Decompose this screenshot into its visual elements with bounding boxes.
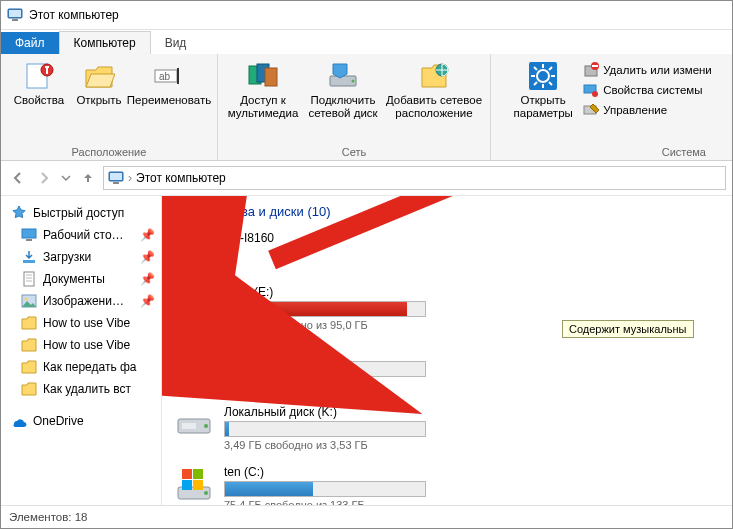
sidebar-item-desktop[interactable]: Рабочий сто…📌 <box>1 224 161 246</box>
computer-icon <box>108 170 124 186</box>
address-bar[interactable]: › Этот компьютер <box>103 166 726 190</box>
svg-rect-34 <box>113 182 119 184</box>
devices-group-header[interactable]: ⌄ Устройства и диски (10) <box>170 204 724 219</box>
rename-button[interactable]: ab Переименовать <box>127 56 211 144</box>
hdd-icon <box>174 345 214 385</box>
svg-rect-1 <box>9 10 21 17</box>
nav-back-button[interactable] <box>7 167 29 189</box>
drive-item-store[interactable]: store (E:) 8,47 ГБ свободно из 95,0 ГБ <box>170 281 460 341</box>
sidebar-item-folder[interactable]: Как удалить вст <box>1 378 161 400</box>
open-icon <box>83 60 115 92</box>
svg-point-43 <box>25 298 28 301</box>
add-net-icon <box>418 60 450 92</box>
mp3-player-icon <box>174 231 214 271</box>
svg-rect-35 <box>22 229 36 238</box>
tab-computer[interactable]: Компьютер <box>59 31 151 54</box>
media-access-button[interactable]: Доступ к мультимедиа <box>224 56 302 144</box>
manage-icon <box>583 102 599 118</box>
sidebar-item-pictures[interactable]: Изображени…📌 <box>1 290 161 312</box>
folder-icon <box>21 337 37 353</box>
group-label-system: Система <box>662 144 706 160</box>
ribbon-tabs: Файл Компьютер Вид <box>1 30 732 54</box>
sidebar-item-folder[interactable]: How to use Vibe <box>1 312 161 334</box>
svg-rect-33 <box>110 173 122 180</box>
svg-rect-9 <box>177 68 179 84</box>
usage-bar <box>224 361 426 377</box>
uninstall-icon <box>583 62 599 78</box>
usage-bar <box>224 301 426 317</box>
map-drive-icon <box>327 60 359 92</box>
properties-icon <box>23 60 55 92</box>
hdd-icon <box>174 285 214 325</box>
sidebar-item-folder[interactable]: Как передать фа <box>1 356 161 378</box>
svg-rect-37 <box>23 260 35 263</box>
sidebar-onedrive[interactable]: OneDrive <box>1 410 161 432</box>
pin-icon: 📌 <box>140 272 155 286</box>
nav-forward-button[interactable] <box>33 167 55 189</box>
sysprops-icon <box>583 82 599 98</box>
sidebar-item-downloads[interactable]: Загрузки📌 <box>1 246 161 268</box>
properties-button[interactable]: Свойства <box>7 56 71 144</box>
svg-rect-62 <box>182 480 192 490</box>
drive-item-hptools[interactable]: HP_TOOLS (H:) 1,98 ГБ свободно из 2,00 Г… <box>170 341 460 401</box>
breadcrumb[interactable]: Этот компьютер <box>136 171 226 185</box>
ribbon-group-network: Доступ к мультимедиа Подключить сетевой … <box>218 54 491 160</box>
svg-rect-2 <box>12 19 18 21</box>
star-icon <box>11 205 27 221</box>
tab-view[interactable]: Вид <box>151 32 201 54</box>
sidebar-item-documents[interactable]: Документы📌 <box>1 268 161 290</box>
svg-rect-6 <box>46 66 48 74</box>
tooltip: Содержит музыкальны <box>562 320 694 338</box>
content-pane: ⌄ Устройства и диски (10) GT-I8160 store… <box>162 196 732 505</box>
svg-point-46 <box>191 251 199 259</box>
open-button[interactable]: Открыть <box>71 56 127 144</box>
svg-point-56 <box>204 424 208 428</box>
open-settings-button[interactable]: Открыть параметры <box>507 56 579 119</box>
ribbon-group-system: Открыть параметры Удалить или измени Сво… <box>491 54 732 160</box>
pin-icon: 📌 <box>140 250 155 264</box>
usage-bar <box>224 481 426 497</box>
downloads-icon <box>21 249 37 265</box>
rename-icon: ab <box>153 60 185 92</box>
group-label-network: Сеть <box>342 144 366 160</box>
sidebar-quick-access[interactable]: Быстрый доступ <box>1 202 161 224</box>
folder-icon <box>21 381 37 397</box>
pin-icon: 📌 <box>140 294 155 308</box>
window-title: Этот компьютер <box>29 8 119 22</box>
manage-button[interactable]: Управление <box>579 100 716 120</box>
status-item-count: Элементов: 18 <box>9 511 87 523</box>
svg-rect-60 <box>182 469 192 479</box>
media-icon <box>247 60 279 92</box>
svg-point-53 <box>204 364 208 368</box>
sidebar-item-folder[interactable]: How to use Vibe <box>1 334 161 356</box>
system-properties-button[interactable]: Свойства системы <box>579 80 716 100</box>
drive-item-local-k[interactable]: Локальный диск (K:) 3,49 ГБ свободно из … <box>170 401 460 461</box>
computer-icon <box>7 7 23 23</box>
windows-drive-icon <box>174 465 214 505</box>
add-network-location-button[interactable]: Добавить сетевое расположение <box>384 56 484 144</box>
nav-up-button[interactable] <box>77 167 99 189</box>
folder-icon <box>21 315 37 331</box>
nav-recent-button[interactable] <box>59 167 73 189</box>
svg-rect-12 <box>265 68 277 86</box>
uninstall-programs-button[interactable]: Удалить или измени <box>579 60 716 80</box>
drive-item-ten-c[interactable]: ten (C:) 75,4 ГБ свободно из 133 ГБ <box>170 461 460 505</box>
tab-file[interactable]: Файл <box>1 32 59 54</box>
map-drive-button[interactable]: Подключить сетевой диск <box>302 56 384 144</box>
folder-icon <box>21 359 37 375</box>
svg-rect-57 <box>182 423 196 429</box>
address-bar-row: › Этот компьютер <box>1 161 732 196</box>
svg-point-30 <box>592 91 598 97</box>
svg-rect-61 <box>193 469 203 479</box>
svg-text:ab: ab <box>159 71 171 82</box>
device-item[interactable]: GT-I8160 <box>170 227 460 281</box>
svg-point-14 <box>352 80 355 83</box>
pin-icon: 📌 <box>140 228 155 242</box>
hdd-icon <box>174 405 214 445</box>
onedrive-icon <box>11 413 27 429</box>
status-bar: Элементов: 18 <box>1 505 732 528</box>
chevron-down-icon: ⌄ <box>170 204 181 219</box>
group-label-location: Расположение <box>72 144 147 160</box>
svg-rect-45 <box>190 237 200 247</box>
svg-rect-51 <box>182 303 196 309</box>
